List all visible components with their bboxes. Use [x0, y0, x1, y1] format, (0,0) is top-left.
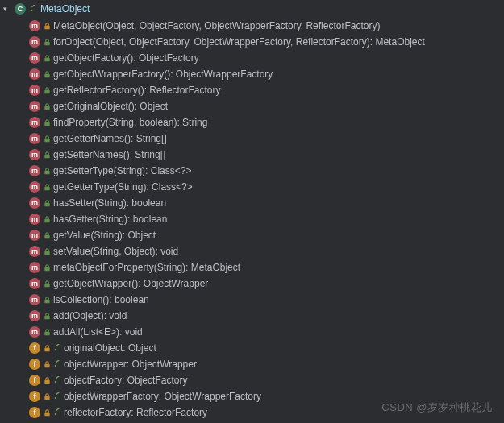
svg-rect-24	[56, 344, 60, 346]
member-row[interactable]: getSetterType(String): Class<?>	[29, 163, 504, 179]
watermark: CSDN @岁岁种桃花儿	[381, 400, 493, 415]
member-signature: MetaObject(Object, ObjectFactory, Object…	[53, 20, 380, 31]
class-icon: C	[15, 3, 26, 15]
method-icon	[29, 20, 40, 31]
public-lock-icon	[43, 328, 51, 336]
member-row[interactable]: setValue(String, Object): void	[29, 243, 504, 259]
method-icon	[29, 262, 40, 273]
member-signature: getSetterNames(): String[]	[53, 149, 165, 160]
method-icon	[29, 214, 40, 225]
svg-rect-5	[44, 73, 49, 77]
field-icon	[29, 407, 40, 418]
svg-rect-17	[44, 267, 49, 271]
member-row[interactable]: getReflectorFactory(): ReflectorFactory	[29, 82, 504, 98]
member-signature: originalObject: Object	[64, 342, 156, 354]
member-signature: getGetterType(String): Class<?>	[53, 181, 193, 193]
svg-rect-11	[44, 170, 49, 174]
svg-rect-21	[44, 331, 49, 335]
public-lock-icon	[43, 54, 51, 62]
member-row[interactable]: metaObjectForProperty(String): MetaObjec…	[29, 259, 504, 276]
member-signature: setValue(String, Object): void	[53, 246, 178, 257]
method-icon	[29, 149, 40, 160]
svg-rect-36	[56, 408, 60, 411]
member-signature: findProperty(String, boolean): String	[53, 117, 207, 128]
member-row[interactable]: addAll(List<E>): void	[29, 324, 504, 340]
member-signature: forObject(Object, ObjectFactory, ObjectW…	[53, 36, 425, 48]
public-lock-icon	[43, 231, 51, 239]
member-row[interactable]: getValue(String): Object	[29, 227, 504, 243]
member-row[interactable]: getSetterNames(): String[]	[29, 147, 504, 163]
svg-rect-14	[44, 218, 49, 222]
method-icon	[29, 294, 40, 305]
method-icon	[29, 68, 40, 80]
member-row[interactable]: getGetterNames(): String[]	[29, 131, 504, 147]
member-row[interactable]: objectWrapper: ObjectWrapper	[29, 356, 504, 372]
method-icon	[29, 85, 40, 96]
public-lock-icon	[43, 247, 51, 255]
member-row[interactable]: objectFactory: ObjectFactory	[29, 372, 504, 388]
svg-point-0	[31, 10, 33, 12]
svg-rect-1	[31, 5, 35, 7]
member-row[interactable]: isCollection(): boolean	[29, 292, 504, 308]
svg-rect-10	[44, 154, 49, 158]
collapse-arrow-icon[interactable]: ▾	[3, 5, 11, 13]
member-signature: objectWrapper: ObjectWrapper	[64, 359, 197, 370]
method-icon	[29, 117, 40, 128]
member-signature: hasGetter(String): boolean	[53, 214, 167, 225]
public-lock-icon	[43, 312, 51, 320]
final-pin-icon	[53, 376, 61, 384]
field-icon	[29, 342, 40, 354]
method-icon	[29, 181, 40, 193]
member-signature: getValue(String): Object	[53, 230, 156, 241]
private-lock-icon	[43, 22, 51, 30]
class-row[interactable]: ▾ C MetaObject	[0, 0, 504, 18]
public-lock-icon	[43, 86, 51, 94]
member-signature: metaObjectForProperty(String): MetaObjec…	[53, 262, 240, 273]
public-lock-icon	[43, 280, 51, 288]
member-row[interactable]: findProperty(String, boolean): String	[29, 114, 504, 131]
svg-rect-3	[44, 41, 49, 45]
svg-rect-4	[44, 57, 49, 61]
member-row[interactable]: getObjectWrapper(): ObjectWrapper	[29, 276, 504, 292]
svg-rect-2	[44, 25, 49, 29]
svg-rect-8	[44, 122, 49, 126]
member-row[interactable]: MetaObject(Object, ObjectFactory, Object…	[29, 18, 504, 34]
member-row[interactable]: getObjectFactory(): ObjectFactory	[29, 50, 504, 66]
public-lock-icon	[43, 38, 51, 46]
private-lock-icon	[43, 360, 51, 368]
svg-rect-22	[44, 347, 49, 351]
member-row[interactable]: getGetterType(String): Class<?>	[29, 179, 504, 195]
method-icon	[29, 310, 40, 321]
public-lock-icon	[43, 118, 51, 126]
private-lock-icon	[43, 392, 51, 400]
private-lock-icon	[43, 376, 51, 384]
member-row[interactable]: forObject(Object, ObjectFactory, ObjectW…	[29, 34, 504, 50]
method-icon	[29, 246, 40, 257]
method-icon	[29, 230, 40, 241]
member-signature: reflectorFactory: ReflectorFactory	[64, 407, 207, 418]
member-signature: getObjectWrapper(): ObjectWrapper	[53, 278, 208, 289]
member-signature: getGetterNames(): String[]	[53, 133, 167, 144]
member-row[interactable]: hasSetter(String): boolean	[29, 195, 504, 211]
member-signature: objectWrapperFactory: ObjectWrapperFacto…	[64, 391, 261, 402]
svg-rect-6	[44, 89, 49, 93]
method-icon	[29, 165, 40, 176]
member-row[interactable]: originalObject: Object	[29, 340, 504, 356]
public-lock-icon	[43, 296, 51, 304]
member-row[interactable]: hasGetter(String): boolean	[29, 211, 504, 227]
final-pin-icon	[53, 360, 61, 368]
private-lock-icon	[43, 344, 51, 352]
member-row[interactable]: add(Object): void	[29, 308, 504, 324]
member-row[interactable]: getObjectWrapperFactory(): ObjectWrapper…	[29, 66, 504, 82]
member-signature: getObjectWrapperFactory(): ObjectWrapper…	[53, 68, 273, 80]
svg-point-32	[55, 397, 57, 400]
public-lock-icon	[43, 151, 51, 159]
svg-rect-25	[44, 363, 49, 367]
member-signature: getReflectorFactory(): ReflectorFactory	[53, 85, 220, 96]
private-lock-icon	[43, 408, 51, 417]
method-icon	[29, 133, 40, 144]
svg-rect-18	[44, 283, 49, 287]
public-lock-icon	[43, 199, 51, 207]
member-row[interactable]: getOriginalObject(): Object	[29, 98, 504, 114]
svg-rect-27	[56, 360, 60, 363]
